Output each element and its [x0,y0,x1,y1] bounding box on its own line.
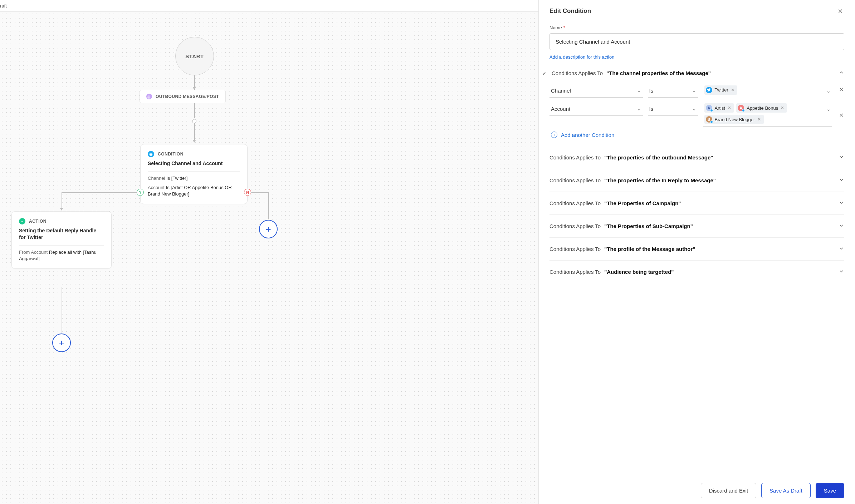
operator-value: Is [649,88,654,94]
section-title-expanded: "The channel properties of the Message" [606,70,711,76]
start-label: START [185,53,204,59]
breadcrumb-fragment: raft [0,3,7,9]
action-icon: → [19,218,25,224]
chevron-down-icon [839,246,844,252]
delete-row-button-2[interactable] [837,110,844,119]
add-description-link[interactable]: Add a description for this action [549,54,614,60]
twitter-icon [706,87,712,93]
section-prefix: Conditions Applies To [549,269,601,275]
chevron-down-icon: ⌄ [826,88,831,94]
outbound-message-node[interactable]: ◎ OUTBOUND MESSAGE/POST [140,90,226,103]
field-select-channel[interactable]: Channel ⌄ [549,84,643,98]
outbound-icon: ◎ [146,94,152,99]
chip-remove-icon[interactable]: ✕ [781,105,784,110]
chevron-up-icon [839,70,844,76]
chip-remove-icon[interactable]: ✕ [757,117,761,122]
panel-title: Edit Condition [549,8,591,15]
plus-circle-icon: + [551,132,557,138]
chevron-down-icon [839,177,844,184]
add-step-button[interactable]: + [52,333,71,352]
chip-appetite-bonus[interactable]: A Appetite Bonus ✕ [736,103,787,113]
section-prefix: Conditions Applies To [549,200,601,206]
avatar-icon: A [738,105,744,111]
yes-badge: Y [137,189,144,196]
chevron-down-icon [839,223,844,229]
chevron-down-icon: ⌄ [692,105,697,112]
chip-label: Brand New Blogger [715,117,755,122]
section-message-author[interactable]: Conditions Applies To "The profile of th… [549,246,844,252]
section-title: "The Properties of Campaign" [604,200,681,206]
required-indicator: * [563,25,565,30]
section-prefix: Conditions Applies To [552,70,603,76]
value-chips-channel[interactable]: Twitter ✕ ⌄ [703,84,832,97]
section-audience[interactable]: Conditions Applies To "Audience being ta… [549,268,844,275]
section-prefix: Conditions Applies To [549,177,601,183]
action-node[interactable]: → ACTION Setting the Default Reply Handl… [11,211,112,269]
check-icon: ✓ [542,70,547,76]
chip-label: Artist [715,105,725,111]
operator-select-1[interactable]: Is ⌄ [648,84,698,98]
cond-field-1: Channel [148,176,165,181]
condition-name-input[interactable] [549,33,844,50]
close-icon [839,112,844,118]
section-title: "The properties of the In Reply to Messa… [604,177,716,183]
chevron-down-icon: ⌄ [637,87,641,94]
cond-value-1: Is [Twitter] [166,176,187,181]
section-sub-campaign[interactable]: Conditions Applies To "The Properties of… [549,223,844,229]
section-prefix: Conditions Applies To [549,154,601,160]
chevron-down-icon [839,200,844,207]
name-label: Name [549,25,562,30]
condition-type-label: CONDITION [158,152,184,157]
chip-brand-new-blogger[interactable]: B Brand New Blogger ✕ [704,115,764,124]
chip-twitter[interactable]: Twitter ✕ [704,85,737,95]
workflow-canvas[interactable]: START ◎ OUTBOUND MESSAGE/POST ◉ CONDITIO… [0,11,538,504]
condition-title: Selecting Channel and Account [148,160,240,167]
condition-node[interactable]: ◉ CONDITION Selecting Channel and Accoun… [140,144,248,204]
edit-condition-panel: Edit Condition Name * Add a description … [538,0,855,504]
chip-remove-icon[interactable]: ✕ [731,88,734,93]
section-title: "The properties of the outbound Message" [604,154,713,160]
section-title: "The Properties of Sub-Campaign" [604,223,693,229]
avatar-icon: A [706,105,712,111]
section-campaign[interactable]: Conditions Applies To "The Properties of… [549,200,844,207]
section-title: "The profile of the Message author" [604,246,695,252]
no-badge: N [244,189,251,196]
act-field-1: From Account [19,249,48,255]
save-draft-button[interactable]: Save As Draft [761,483,811,498]
field-select-account[interactable]: Account ⌄ [549,103,643,116]
section-in-reply-to[interactable]: Conditions Applies To "The properties of… [549,177,844,184]
section-channel-properties[interactable]: ✓ Conditions Applies To "The channel pro… [549,70,844,76]
chip-label: Twitter [715,87,728,93]
connector-dot [192,119,196,123]
condition-icon: ◉ [148,151,154,157]
operator-value: Is [649,106,654,112]
field-select-value: Channel [551,88,571,94]
outbound-label: OUTBOUND MESSAGE/POST [156,94,219,99]
start-node[interactable]: START [175,37,214,75]
delete-row-button-1[interactable] [837,84,844,93]
chip-artist[interactable]: A Artist ✕ [704,103,734,113]
add-branch-button-no[interactable]: + [259,220,278,238]
chevron-down-icon [839,154,844,161]
section-outbound-message[interactable]: Conditions Applies To "The properties of… [549,154,844,161]
chevron-down-icon [839,268,844,275]
action-type-label: ACTION [29,219,47,224]
close-icon [839,87,844,92]
chip-remove-icon[interactable]: ✕ [728,105,731,110]
chevron-down-icon: ⌄ [637,105,641,112]
chevron-down-icon: ⌄ [692,87,697,94]
chip-label: Appetite Bonus [747,105,778,111]
close-icon [837,8,844,14]
add-condition-label: Add another Condition [561,132,614,138]
cond-field-2: Account [148,185,165,190]
add-condition-button[interactable]: + Add another Condition [551,132,844,138]
operator-select-2[interactable]: Is ⌄ [648,103,698,116]
discard-button[interactable]: Discard and Exit [701,483,756,498]
close-panel-button[interactable] [836,7,844,15]
chevron-down-icon: ⌄ [826,106,831,112]
save-button[interactable]: Save [816,483,844,498]
section-prefix: Conditions Applies To [549,223,601,229]
value-chips-account[interactable]: A Artist ✕ A Ap [703,103,832,127]
section-title: "Audience being targetted" [604,269,674,275]
avatar-icon: B [706,116,712,123]
